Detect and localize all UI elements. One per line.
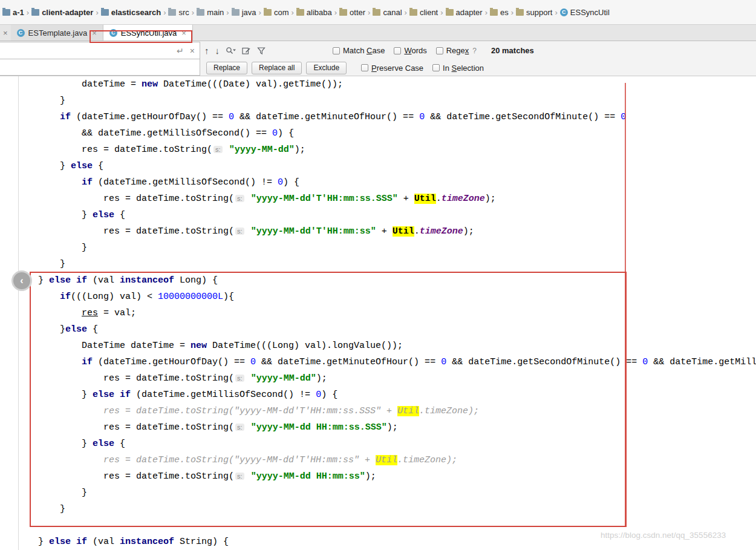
filter-icon[interactable] — [257, 47, 266, 55]
close-icon[interactable]: × — [92, 28, 97, 38]
breadcrumb-label: support — [526, 8, 552, 17]
breadcrumb-label: client — [420, 8, 438, 17]
code-line[interactable]: res = dateTime.toString(s: "yyyy-MM-dd H… — [0, 468, 756, 485]
replace-controls-row: ReplaceReplace allExclude Preserve CaseI… — [206, 60, 484, 76]
find-toolbar: ↵ × ↑ ↓ Match CaseWordsRegex ? 20 matche… — [0, 41, 756, 76]
code-line[interactable]: && dateTime.getMillisOfSecond() == 0) { — [0, 125, 756, 142]
code-line[interactable]: if (dateTime.getHourOfDay() == 0 && date… — [0, 109, 756, 125]
code-line[interactable]: } else if (val instanceof Long) { — [0, 272, 756, 289]
select-occurrences-icon[interactable] — [242, 47, 251, 55]
breadcrumb-item-otter[interactable]: otter — [339, 8, 365, 17]
code-line[interactable]: } — [0, 485, 756, 501]
regex-help[interactable]: ? — [472, 47, 477, 55]
checkbox-icon[interactable] — [333, 47, 340, 54]
code-line[interactable]: if(((Long) val) < 10000000000L){ — [0, 289, 756, 305]
code-line[interactable]: } else if (dateTime.getMillisOfSecond() … — [0, 387, 756, 403]
code-line[interactable]: res = dateTime.toString(s: "yyyy-MM-dd")… — [0, 142, 756, 158]
back-navigation-button[interactable]: ‹ — [11, 270, 32, 291]
package-icon — [490, 9, 498, 16]
chevron-right-icon: › — [163, 8, 166, 17]
match-count: 20 matches — [491, 46, 534, 55]
breadcrumb-item-elasticsearch[interactable]: elasticsearch — [101, 8, 161, 17]
breadcrumb-item-alibaba[interactable]: alibaba — [296, 8, 332, 17]
checkbox-icon[interactable] — [361, 64, 368, 71]
code-line[interactable]: } else { — [0, 158, 756, 174]
breadcrumb-item-support[interactable]: support — [516, 8, 552, 17]
breadcrumb-label: ESSyncUtil — [570, 8, 610, 17]
breadcrumb-item-main[interactable]: main — [197, 8, 224, 17]
close-search-icon[interactable]: × — [190, 47, 195, 55]
tab-essyncutil-java[interactable]: CESSyncUtil.java× — [103, 25, 193, 41]
breadcrumb-label: a-1 — [13, 8, 24, 17]
code-line[interactable]: } — [0, 501, 756, 517]
replace-button[interactable]: Replace — [206, 62, 247, 74]
chevron-right-icon: › — [259, 8, 261, 17]
code-line[interactable]: res = dateTime.toString("yyyy-MM-dd'T'HH… — [0, 403, 756, 419]
code-editor[interactable]: dateTime = new DateTime(((Date) val).get… — [0, 76, 756, 550]
next-occurrence-icon[interactable]: ↓ — [215, 46, 220, 55]
code-line[interactable]: if (dateTime.getMillisOfSecond() != 0) { — [0, 174, 756, 191]
find-input[interactable] — [0, 46, 171, 55]
code-line[interactable]: } else { — [0, 436, 756, 452]
package-icon — [339, 9, 347, 16]
code-line[interactable]: DateTime dateTime = new DateTime(((Long)… — [0, 338, 756, 354]
breadcrumb-label: client-adapter — [42, 8, 93, 17]
code-line[interactable]: res = dateTime.toString(s: "yyyy-MM-dd'T… — [0, 191, 756, 207]
module-icon — [31, 9, 39, 16]
close-icon[interactable]: × — [181, 28, 186, 38]
breadcrumb-item-com[interactable]: com — [264, 8, 289, 17]
code-line[interactable]: res = dateTime.toString(s: "yyyy-MM-dd'T… — [0, 223, 756, 240]
breadcrumb-item-client-adapter[interactable]: client-adapter — [31, 8, 93, 17]
breadcrumb-item-essyncutil[interactable]: CESSyncUtil — [560, 8, 610, 17]
breadcrumb-item-canal[interactable]: canal — [373, 8, 402, 17]
replace-input[interactable] — [0, 63, 200, 72]
tab-estemplate-java[interactable]: CESTemplate.java× — [11, 25, 103, 41]
code-line[interactable]: } — [0, 240, 756, 256]
breadcrumb-item-client[interactable]: client — [409, 8, 438, 17]
code-line[interactable]: res = dateTime.toString(s: "yyyy-MM-dd H… — [0, 419, 756, 436]
checkbox-icon[interactable] — [432, 64, 440, 71]
class-icon: C — [17, 29, 25, 37]
newline-icon[interactable]: ↵ — [177, 47, 184, 55]
breadcrumb-label: src — [178, 8, 189, 17]
code-line[interactable]: if (dateTime.getHourOfDay() == 0 && date… — [0, 354, 756, 370]
code-line[interactable]: res = dateTime.toString(s: "yyyy-MM-dd")… — [0, 370, 756, 387]
close-icon[interactable]: × — [0, 25, 11, 41]
chevron-right-icon: › — [96, 8, 98, 17]
module-icon — [101, 9, 109, 16]
search-history-icon[interactable] — [226, 47, 236, 55]
code-line[interactable]: } else { — [0, 207, 756, 223]
checkbox-icon[interactable] — [394, 47, 401, 54]
code-line[interactable]: } — [0, 93, 756, 109]
code-line[interactable]: res = val; — [0, 305, 756, 321]
breadcrumb-label: main — [207, 8, 224, 17]
checkbox-label: In Selection — [443, 64, 484, 73]
breadcrumb-item-src[interactable]: src — [168, 8, 189, 17]
folder-icon — [197, 9, 204, 16]
code-area[interactable]: dateTime = new DateTime(((Date) val).get… — [0, 76, 756, 550]
checkbox-regex[interactable]: Regex — [436, 46, 469, 55]
breadcrumb-item-adapter[interactable]: adapter — [446, 8, 483, 17]
chevron-right-icon: › — [405, 8, 407, 17]
folder-icon — [168, 9, 176, 16]
checkbox-words[interactable]: Words — [394, 46, 426, 55]
replace-all-button[interactable]: Replace all — [252, 62, 302, 74]
code-line[interactable]: } — [0, 256, 756, 272]
exclude-button[interactable]: Exclude — [306, 62, 347, 74]
checkbox-preserve-case[interactable]: Preserve Case — [361, 64, 423, 73]
find-toggles: Match CaseWordsRegex — [333, 46, 469, 55]
breadcrumb-item-es[interactable]: es — [490, 8, 509, 17]
breadcrumb-label: canal — [383, 8, 402, 17]
code-line[interactable]: dateTime = new DateTime(((Date) val).get… — [0, 76, 756, 93]
code-line[interactable]: }else { — [0, 321, 756, 338]
checkbox-in-selection[interactable]: In Selection — [432, 64, 484, 73]
breadcrumb-label: elasticsearch — [111, 8, 161, 17]
checkbox-icon[interactable] — [436, 47, 443, 54]
code-line[interactable]: res = dateTime.toString("yyyy-MM-dd'T'HH… — [0, 452, 756, 468]
breadcrumb-item-java[interactable]: java — [232, 8, 256, 17]
chevron-right-icon: › — [27, 8, 29, 17]
previous-occurrence-icon[interactable]: ↑ — [204, 46, 209, 55]
class-icon: C — [109, 29, 117, 37]
breadcrumb-item-a-1[interactable]: a-1 — [2, 8, 24, 17]
checkbox-match-case[interactable]: Match Case — [333, 46, 385, 55]
